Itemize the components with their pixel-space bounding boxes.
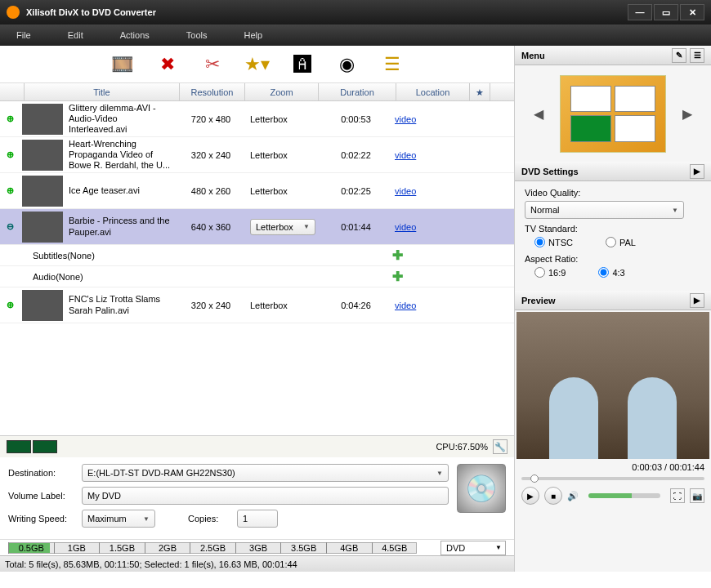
audio-row[interactable]: Audio(None) ✚ <box>0 266 514 287</box>
volume-slider[interactable] <box>588 493 660 498</box>
table-row[interactable]: ⊕ Heart-Wrenching Propaganda Video of Bo… <box>0 137 514 173</box>
table-row[interactable]: ⊕ FNC's Liz Trotta Slams Sarah Palin.avi… <box>0 287 514 323</box>
row-resolution: 320 x 240 <box>178 150 244 160</box>
list-button[interactable]: ☰ <box>380 52 405 77</box>
copies-label: Copies: <box>188 514 237 523</box>
stop-button[interactable]: ■ <box>544 487 562 505</box>
row-zoom: Letterbox <box>244 114 317 124</box>
settings-icon[interactable]: 🔧 <box>493 439 508 454</box>
row-title: Barbie - Princess and the Pauper.avi <box>65 216 178 237</box>
table-row[interactable]: ⊕ Glittery dilemma-AVI - Audio-Video Int… <box>0 101 514 137</box>
storage-bar: 0.5GB1GB1.5GB 2GB2.5GB3GB 3.5GB4GB4.5GB … <box>0 539 514 555</box>
prev-template-icon[interactable]: ◀ <box>534 106 543 122</box>
add-audio-icon[interactable]: ✚ <box>392 269 403 284</box>
ar-43-radio[interactable]: 4:3 <box>598 267 624 278</box>
pal-radio[interactable]: PAL <box>606 237 636 247</box>
play-button[interactable]: ▶ <box>521 487 539 505</box>
volume-icon[interactable]: 🔊 <box>567 491 579 501</box>
record-button[interactable]: ◉ <box>335 52 360 77</box>
snapshot-icon[interactable]: 📷 <box>690 488 704 503</box>
seek-bar[interactable] <box>521 474 704 483</box>
subtitle-row[interactable]: Subtitles(None) ✚ <box>0 245 514 266</box>
add-icon[interactable]: ⊕ <box>0 114 20 124</box>
media-type-select[interactable]: DVD <box>440 541 506 555</box>
volume-label-input[interactable]: My DVD <box>82 487 449 505</box>
col-star-header[interactable]: ★ <box>470 83 490 100</box>
delete-button[interactable]: ✖ <box>155 52 180 77</box>
row-title: Heart-Wrenching Propaganda Video of Bowe… <box>65 139 178 172</box>
menu-view-icon[interactable]: ☰ <box>690 48 704 63</box>
star-button[interactable]: ★▾ <box>245 52 270 77</box>
row-zoom: Letterbox <box>244 150 317 160</box>
menu-help[interactable]: Help <box>244 30 262 40</box>
add-icon[interactable]: ⊕ <box>0 149 20 160</box>
row-duration: 0:01:44 <box>317 222 395 232</box>
row-duration: 0:02:22 <box>317 150 395 160</box>
row-location-link[interactable]: video <box>395 301 416 310</box>
destination-select[interactable]: E:(HL-DT-ST DVD-RAM GH22NS30) <box>82 464 449 482</box>
minimize-button[interactable]: — <box>628 4 652 20</box>
writing-speed-select[interactable]: Maximum <box>82 510 155 528</box>
menu-section-header: Menu ✎ ☰ <box>515 46 711 65</box>
storage-ticks: 0.5GB1GB1.5GB 2GB2.5GB3GB 3.5GB4GB4.5GB <box>8 542 417 554</box>
edit-menu-icon[interactable]: ✎ <box>672 48 686 63</box>
maximize-button[interactable]: ▭ <box>654 4 678 20</box>
row-location-link[interactable]: video <box>395 186 416 196</box>
preview-header: Preview ▶ <box>515 291 711 310</box>
thumbnail <box>22 212 63 243</box>
row-duration: 0:02:25 <box>317 186 395 196</box>
next-template-icon[interactable]: ▶ <box>682 106 692 122</box>
close-button[interactable]: ✕ <box>680 4 704 20</box>
menu-template-thumbnail[interactable] <box>560 75 666 153</box>
row-location-link[interactable]: video <box>395 150 416 160</box>
col-location-header[interactable]: Location <box>396 83 470 100</box>
thumbnail <box>22 140 63 171</box>
menu-tools[interactable]: Tools <box>186 30 208 40</box>
writing-speed-label: Writing Speed: <box>8 514 82 523</box>
cpu-bar: CPU:67.50% 🔧 <box>0 436 514 457</box>
fullscreen-icon[interactable]: ⛶ <box>670 488 685 503</box>
col-zoom-header[interactable]: Zoom <box>245 83 319 100</box>
col-title-header[interactable]: Title <box>25 83 180 100</box>
add-icon[interactable]: ⊕ <box>0 185 20 196</box>
video-quality-label: Video Quality: <box>525 188 701 198</box>
preview-video <box>516 312 709 459</box>
burn-button[interactable]: 💿 <box>457 464 506 513</box>
row-location-link[interactable]: video <box>395 114 416 124</box>
col-duration-header[interactable]: Duration <box>319 83 396 100</box>
thumbnail <box>22 290 63 321</box>
row-location-link[interactable]: video <box>395 222 416 232</box>
copies-input[interactable]: 1 <box>237 510 278 528</box>
cut-button[interactable]: ✂ <box>200 52 225 77</box>
row-duration: 0:00:53 <box>317 114 395 124</box>
cpu-graph-icon <box>33 440 57 453</box>
toolbar: 🎞️ ✖ ✂ ★▾ 🅰 ◉ ☰ <box>0 46 514 83</box>
expand-preview-icon[interactable]: ▶ <box>690 293 704 308</box>
thumbnail <box>22 104 63 135</box>
dvd-settings-header: DVD Settings ▶ <box>515 162 711 181</box>
aspect-ratio-label: Aspect Ratio: <box>525 254 701 264</box>
status-bar: Total: 5 file(s), 85.63MB, 00:11:50; Sel… <box>0 555 514 572</box>
subtitle-button[interactable]: 🅰 <box>290 52 315 77</box>
menu-file[interactable]: File <box>16 30 31 40</box>
zoom-select[interactable]: Letterbox <box>250 219 315 235</box>
menu-actions[interactable]: Actions <box>120 30 150 40</box>
destination-label: Destination: <box>8 468 82 478</box>
collapse-icon[interactable]: ⊖ <box>0 221 20 232</box>
col-resolution-header[interactable]: Resolution <box>180 83 245 100</box>
row-title: FNC's Liz Trotta Slams Sarah Palin.avi <box>65 294 178 315</box>
video-quality-select[interactable]: Normal <box>525 201 684 219</box>
table-row[interactable]: ⊖ Barbie - Princess and the Pauper.avi 6… <box>0 209 514 245</box>
thumbnail <box>22 176 63 207</box>
add-subtitle-icon[interactable]: ✚ <box>392 247 403 263</box>
cpu-label: CPU:67.50% <box>436 442 488 452</box>
add-file-button[interactable]: 🎞️ <box>110 52 135 77</box>
add-icon[interactable]: ⊕ <box>0 300 20 310</box>
expand-settings-icon[interactable]: ▶ <box>690 164 704 179</box>
menu-edit[interactable]: Edit <box>68 30 83 40</box>
menu-bar: File Edit Actions Tools Help <box>0 24 711 46</box>
ar-169-radio[interactable]: 16:9 <box>534 267 566 278</box>
ntsc-radio[interactable]: NTSC <box>534 237 573 247</box>
row-title: Ice Age teaser.avi <box>65 185 178 196</box>
table-row[interactable]: ⊕ Ice Age teaser.avi 480 x 260 Letterbox… <box>0 173 514 209</box>
